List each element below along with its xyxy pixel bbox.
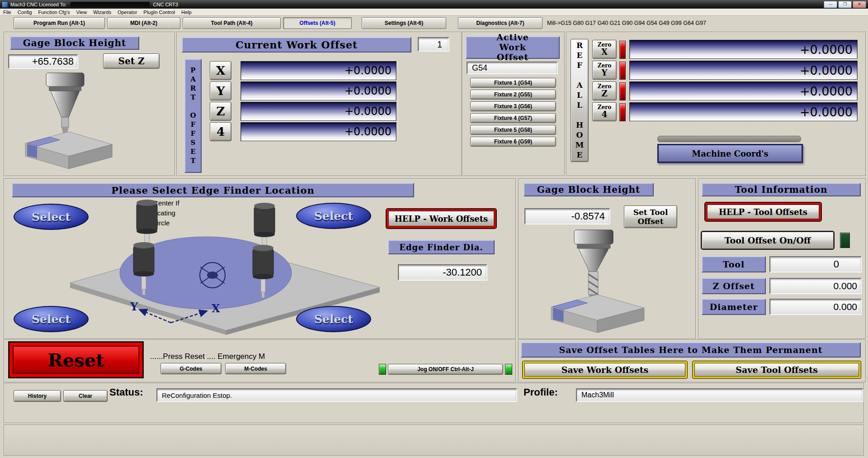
menu-config[interactable]: Config <box>14 10 35 15</box>
select-bottom-left-button[interactable]: Select <box>14 306 89 332</box>
close-icon[interactable]: ✕ <box>853 1 866 8</box>
jog-led-right <box>505 364 512 375</box>
menu-wizards[interactable]: Wizards <box>90 10 114 15</box>
zero-y-button[interactable]: Zero Y <box>592 61 617 80</box>
work-offset-4-dro[interactable]: +0.0000 <box>241 122 396 141</box>
tool-number-dro[interactable]: 0 <box>769 256 862 272</box>
tab-program-run[interactable]: Program Run (Alt-1) <box>14 17 105 29</box>
fixture-4-button[interactable]: Fixture 4 (G57) <box>470 113 556 123</box>
g-codes-button[interactable]: G-Codes <box>160 363 222 374</box>
tool-gage-block-title: Gage Block Height <box>524 183 654 196</box>
m-codes-button[interactable]: M-Codes <box>225 363 286 374</box>
reset-message: ......Press Reset .... Emergency M <box>150 352 265 361</box>
tool-offset-led <box>840 233 850 248</box>
tool-offset-on-off-button[interactable]: Tool Offset On/Off <box>702 232 834 249</box>
work-offset-x-dro[interactable]: +0.0000 <box>241 61 396 80</box>
axis-x-button[interactable]: X <box>210 61 231 80</box>
axis-y-button[interactable]: Y <box>210 81 231 100</box>
help-tool-offsets-button[interactable]: HELP - Tool Offsets <box>705 203 821 221</box>
diameter-dro[interactable]: 0.000 <box>769 299 862 315</box>
y-ref-led <box>619 62 626 80</box>
axis-z-button[interactable]: Z <box>210 102 231 121</box>
machine-x-dro[interactable]: +0.0000 <box>629 40 858 59</box>
edge-finder-dia-label: Edge Finder Dia. <box>388 240 495 254</box>
fixture-6-button[interactable]: Fixture 6 (G59) <box>470 137 556 147</box>
status-bar: History Clear Status: ReConfiguration Es… <box>4 383 864 424</box>
diameter-label: Diameter <box>702 299 766 315</box>
current-work-offset-title: Current Work Offset <box>182 37 411 52</box>
work-offset-z-dro[interactable]: +0.0000 <box>241 102 396 121</box>
tool-information-panel: Tool Information HELP - Tool Offsets Too… <box>698 178 866 339</box>
tab-tool-path[interactable]: Tool Path (Alt-4) <box>183 17 281 29</box>
status-value: ReConfiguration Estop. <box>156 388 517 402</box>
part-offset-label: PART OFFSET <box>184 59 202 173</box>
set-z-button[interactable]: Set Z <box>103 53 160 69</box>
gage-block-height-title: Gage Block Height <box>10 36 139 50</box>
machine-coords-shadow <box>657 136 801 142</box>
edge-finder-dia-dro[interactable]: -30.1200 <box>398 264 487 281</box>
tool-gage-block-dro[interactable]: -0.8574 <box>524 208 610 224</box>
save-work-offsets-button[interactable]: Save Work Offsets <box>523 361 687 378</box>
help-work-offsets-button[interactable]: HELP - Work Offsets <box>387 209 496 228</box>
menu-help[interactable]: Help <box>178 10 195 15</box>
work-offset-y-dro[interactable]: +0.0000 <box>241 81 396 100</box>
minimize-icon[interactable]: — <box>824 1 837 8</box>
machine-coords-panel: REF ALL HOME Zero X +0.0000 Zero Y +0.00… <box>566 32 866 177</box>
tab-mdi[interactable]: MDI (Alt-2) <box>107 17 180 29</box>
active-work-offset-dro[interactable]: G54 <box>467 62 558 74</box>
app-icon <box>2 1 8 8</box>
z-ref-led <box>619 82 626 100</box>
tool-information-title: Tool Information <box>702 183 861 196</box>
edge-finder-panel: Please Select Edge Finder Location Click… <box>4 178 516 339</box>
zero-4-button[interactable]: Zero 4 <box>592 102 617 121</box>
machine-4-dro[interactable]: +0.0000 <box>629 102 858 121</box>
zero-z-button[interactable]: Zero Z <box>592 81 617 100</box>
menu-operator[interactable]: Operator <box>114 10 140 15</box>
tool-gage-block-panel: Gage Block Height -0.8574 Set Tool Offse… <box>518 178 696 339</box>
set-tool-offset-button[interactable]: Set Tool Offset <box>624 205 677 228</box>
tab-settings[interactable]: Settings (Alt-6) <box>362 17 446 29</box>
save-tool-offsets-button[interactable]: Save Tool Offsets <box>693 361 861 378</box>
bottom-strip <box>4 425 864 456</box>
license-name-redacted <box>71 2 150 7</box>
machine-z-dro[interactable]: +0.0000 <box>629 81 858 100</box>
tab-diagnostics[interactable]: Diagnostics (Alt-7) <box>458 17 542 29</box>
reset-button[interactable]: Reset <box>8 341 144 378</box>
fixture-2-button[interactable]: Fixture 2 (G55) <box>470 90 556 100</box>
machine-y-dro[interactable]: +0.0000 <box>629 61 858 80</box>
gage-block-height-dro[interactable]: +65.7638 <box>8 54 78 69</box>
fixture-1-button[interactable]: Fixture 1 (G54) <box>470 78 556 88</box>
menu-function-cfgs[interactable]: Function Cfg's <box>35 10 73 15</box>
menu-file[interactable]: File <box>0 10 14 15</box>
select-bottom-right-button[interactable]: Select <box>296 306 371 332</box>
fixture-5-button[interactable]: Fixture 5 (G58) <box>470 125 556 135</box>
x-ref-led <box>619 41 626 59</box>
maximize-icon[interactable]: ❐ <box>838 1 852 8</box>
reset-panel: Reset ......Press Reset .... Emergency M… <box>4 339 516 383</box>
mach3-window: Mach3 CNC Licensed To: CNC CRT3 — ❐ ✕ Fi… <box>0 0 868 458</box>
profile-label: Profile: <box>524 386 558 398</box>
machine-coords-button[interactable]: Machine Coord's <box>657 144 803 163</box>
select-top-right-button[interactable]: Select <box>296 203 371 229</box>
ref-all-home-button[interactable]: REF ALL HOME <box>571 39 589 162</box>
active-gcode-modes: Mill->G15 G80 G17 G40 G21 G90 G94 G54 G4… <box>547 20 706 26</box>
4-ref-led <box>619 103 626 121</box>
history-button[interactable]: History <box>14 390 61 402</box>
zero-x-button[interactable]: Zero X <box>592 40 617 59</box>
current-work-offset-panel: Current Work Offset 1 PART OFFSET X +0.0… <box>176 32 462 177</box>
fixture-3-button[interactable]: Fixture 3 (G56) <box>470 101 556 111</box>
select-top-left-button[interactable]: Select <box>14 204 89 230</box>
window-title: Mach3 CNC Licensed To: <box>10 2 67 7</box>
menu-view[interactable]: View <box>73 10 90 15</box>
x-axis-label: X <box>212 302 220 315</box>
menu-plugin-control[interactable]: PlugIn Control <box>140 10 178 15</box>
current-work-offset-number-dro[interactable]: 1 <box>418 37 449 52</box>
tab-offsets[interactable]: Offsets (Alt-5) <box>283 17 352 29</box>
save-offsets-title: Save Offset Tables Here to Make Them Per… <box>521 342 861 358</box>
z-offset-dro[interactable]: 0.000 <box>769 278 862 294</box>
jog-led-left <box>379 364 386 375</box>
y-axis-label: Y <box>130 300 138 313</box>
clear-button[interactable]: Clear <box>63 390 108 402</box>
jog-on-off-button[interactable]: Jog ON/OFF Ctrl-Alt-J <box>388 364 503 375</box>
axis-4-button[interactable]: 4 <box>210 122 231 141</box>
